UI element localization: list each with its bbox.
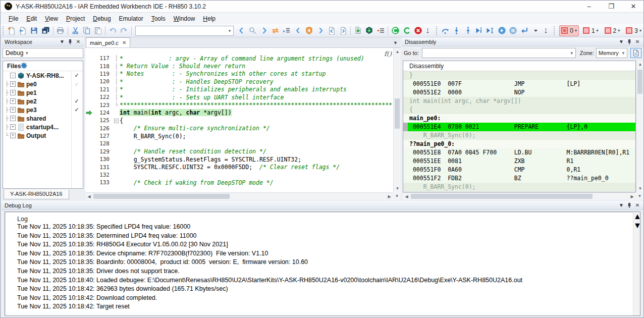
- tree-item-shared[interactable]: ├+shared: [3, 114, 83, 123]
- core-button-3[interactable]: 3▾: [624, 25, 643, 36]
- core-button-2[interactable]: 2▾: [603, 25, 622, 36]
- redo-icon[interactable]: [119, 25, 130, 36]
- panel-pin-icon[interactable]: [625, 202, 633, 209]
- menu-item-window[interactable]: Window: [170, 14, 199, 23]
- toolbar-grip[interactable]: [3, 26, 5, 35]
- tab-close-icon[interactable]: ✕: [122, 40, 126, 45]
- expander-icon[interactable]: +: [10, 107, 16, 113]
- scroll-left-icon[interactable]: ◀: [85, 193, 93, 200]
- flash-list-icon[interactable]: [375, 25, 386, 36]
- dropdown-caret-icon[interactable]: [530, 25, 541, 36]
- tree-item-cstartup4-[interactable]: ├+cstartup4...: [3, 123, 83, 131]
- open-document-icon[interactable]: [17, 25, 28, 36]
- scroll-right-icon[interactable]: ▶: [628, 193, 636, 200]
- goto-combobox[interactable]: ▾: [422, 48, 576, 58]
- toolbar-grip[interactable]: [554, 26, 556, 35]
- next-bookmark-icon[interactable]: [315, 25, 326, 36]
- disassembly-view[interactable]: Disassembly } 000551E0 007F JMP [LP] 000…: [403, 61, 636, 192]
- save-all-icon[interactable]: [40, 25, 51, 36]
- navigate-forward-icon[interactable]: [258, 25, 270, 36]
- menu-item-tools[interactable]: Tools: [147, 14, 170, 23]
- panel-close-icon[interactable]: ✕: [74, 38, 82, 45]
- editor-splitter-caret-icon[interactable]: ▼: [393, 192, 401, 200]
- tree-item-pe1[interactable]: ├+pe1: [3, 88, 83, 97]
- restart-debugger-icon[interactable]: [390, 25, 401, 36]
- panel-menu-caret-icon[interactable]: ▼: [617, 38, 625, 45]
- breakpoint-shield-icon[interactable]: [304, 25, 315, 36]
- scroll-up-icon[interactable]: ▲: [633, 212, 640, 221]
- find-icon[interactable]: [247, 25, 258, 36]
- code-area[interactable]: 117│* : argv - Array of command line arg…: [85, 48, 393, 192]
- tree-item-pe3[interactable]: ├+pe3✓: [3, 105, 83, 114]
- workspace-bottom-tab[interactable]: Y-ASK-RH850U2A16: [4, 190, 69, 199]
- toolbar-grip[interactable]: [436, 26, 439, 35]
- panel-menu-caret-icon[interactable]: ▼: [58, 38, 66, 45]
- disassembly-vertical-scrollbar[interactable]: ▲ ▼: [636, 61, 643, 192]
- stop-icon[interactable]: [412, 25, 423, 36]
- step-over-icon[interactable]: [440, 25, 451, 36]
- download-and-debug-icon[interactable]: [364, 25, 375, 36]
- current-statement-arrow-icon[interactable]: [85, 110, 93, 116]
- panel-menu-caret-icon[interactable]: ▼: [617, 202, 625, 209]
- editor-horizontal-scrollbar[interactable]: ◀ ▶: [85, 192, 393, 200]
- tree-item-pe2[interactable]: ├+pe2✓: [3, 97, 83, 105]
- scroll-down-icon[interactable]: ▼: [633, 221, 640, 230]
- minimize-button[interactable]: –: [578, 1, 600, 12]
- close-button[interactable]: ✕: [622, 1, 644, 12]
- next-page-icon[interactable]: [338, 25, 349, 36]
- cut-icon[interactable]: [70, 25, 81, 36]
- go-icon[interactable]: [496, 25, 507, 36]
- disassembly-splitter-caret-icon[interactable]: ▼: [636, 192, 643, 200]
- fold-margin[interactable]: −: [113, 117, 120, 124]
- expander-icon[interactable]: +: [10, 81, 16, 87]
- function-list-icon[interactable]: f(): [384, 50, 392, 58]
- zone-select[interactable]: Memory ▾: [596, 48, 627, 58]
- editor-tab-main-pe0[interactable]: main_pe0.c ✕: [86, 37, 130, 47]
- scroll-right-icon[interactable]: ▶: [386, 193, 393, 200]
- core-button-1[interactable]: 1▾: [581, 25, 601, 36]
- panel-close-icon[interactable]: ✕: [633, 38, 641, 45]
- save-icon[interactable]: [29, 25, 40, 36]
- menu-item-file[interactable]: File: [5, 14, 22, 23]
- scroll-up-icon[interactable]: ▲: [394, 48, 401, 56]
- menu-item-view[interactable]: View: [41, 14, 62, 23]
- tree-item-pe0[interactable]: ├+pe0✓: [3, 80, 83, 88]
- panel-pin-icon[interactable]: [66, 38, 74, 45]
- next-statement-icon[interactable]: [473, 25, 485, 36]
- scroll-down-icon[interactable]: ▼: [394, 185, 401, 192]
- stop-debugging-icon[interactable]: [519, 25, 530, 36]
- overflow-caret-icon[interactable]: [542, 25, 553, 36]
- menu-item-emulator[interactable]: Emulator: [115, 14, 147, 23]
- expander-icon[interactable]: -: [10, 73, 16, 78]
- core-button-0[interactable]: 0▾: [559, 25, 579, 36]
- search-combobox[interactable]: ▾: [135, 26, 234, 36]
- tree-item-output[interactable]: └+Output: [3, 131, 83, 140]
- editor-vertical-scrollbar[interactable]: ▲ ▼: [393, 48, 401, 192]
- undo-icon[interactable]: [107, 25, 118, 36]
- log-view[interactable]: Log Tue Nov 11, 2025 10:18:35: Specified…: [5, 211, 640, 316]
- tab-list-caret-icon[interactable]: ▼: [393, 40, 398, 45]
- menu-item-help[interactable]: Help: [199, 14, 220, 23]
- copy-icon[interactable]: [81, 25, 92, 36]
- step-out-icon[interactable]: [462, 25, 473, 36]
- swap-icon[interactable]: [270, 25, 281, 36]
- step-into-icon[interactable]: [451, 25, 462, 36]
- print-icon[interactable]: [55, 25, 66, 36]
- navigate-back-icon[interactable]: [236, 25, 247, 36]
- run-to-cursor-icon[interactable]: [485, 25, 496, 36]
- previous-bookmark-icon[interactable]: [292, 25, 303, 36]
- overflow-caret-icon[interactable]: [424, 25, 435, 36]
- configuration-select[interactable]: Debug ▾: [3, 48, 83, 58]
- paste-icon[interactable]: [92, 25, 103, 36]
- argument-list-icon[interactable]: [281, 25, 292, 36]
- log-vertical-scrollbar[interactable]: ▲ ▼: [633, 212, 640, 315]
- tree-item-y-ask-rh8-[interactable]: -Y-ASK-RH8...✓: [3, 71, 83, 80]
- previous-page-icon[interactable]: [326, 25, 337, 36]
- download-icon[interactable]: [352, 25, 363, 36]
- mixed-mode-button[interactable]: [630, 48, 641, 58]
- expander-icon[interactable]: +: [10, 98, 16, 104]
- gear-icon[interactable]: [21, 62, 27, 70]
- panel-close-icon[interactable]: ✕: [633, 202, 641, 209]
- scroll-down-icon[interactable]: ▼: [636, 185, 644, 192]
- expander-icon[interactable]: +: [10, 124, 16, 130]
